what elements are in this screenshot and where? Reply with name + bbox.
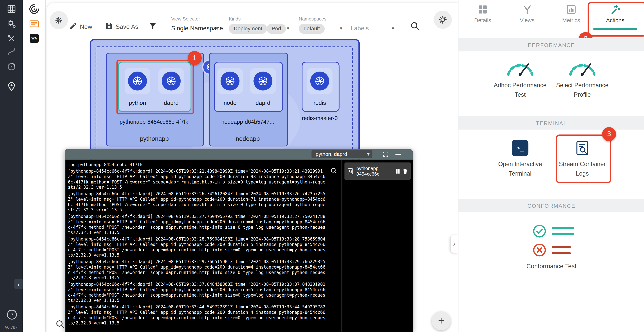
labels-caret-icon[interactable]: ▾ xyxy=(392,25,394,31)
kinds-caret-icon[interactable]: ▾ xyxy=(287,25,290,31)
namespaces-caret-icon[interactable]: ▾ xyxy=(340,25,342,31)
dapr-app-icon[interactable] xyxy=(28,3,40,15)
container-tile-daprd[interactable] xyxy=(250,68,276,94)
container-label: daprd xyxy=(246,100,279,106)
container-tile-redis[interactable] xyxy=(307,68,332,94)
kinds-label: Kinds xyxy=(229,16,241,21)
session-pod-name-line2: 8454cc66c xyxy=(356,171,380,177)
conformance-pass-icon xyxy=(532,224,547,240)
location-pin-icon[interactable] xyxy=(6,81,17,92)
log-search-icon[interactable] xyxy=(330,167,338,176)
details-grid-icon xyxy=(477,4,488,16)
action-label-line: Stream Container xyxy=(550,160,615,169)
log-session-item[interactable]: pythonapp- 8454cc66c xyxy=(344,162,410,180)
conformance-fail-line xyxy=(552,252,571,254)
panel-collapse-handle[interactable]: › xyxy=(450,235,458,253)
kind-chip-deployment[interactable]: Deployment xyxy=(229,24,267,34)
section-performance-header: PERFORMANCE xyxy=(458,38,644,51)
action-label-line: Adhoc Performance xyxy=(487,81,553,90)
conformance-fail-icon xyxy=(532,243,547,259)
dapr-rotor-icon[interactable] xyxy=(6,61,17,72)
actions-wand-icon xyxy=(609,4,621,16)
terminal-titlebar[interactable]: python, daprd ▾ xyxy=(64,149,413,160)
filter-funnel-icon[interactable] xyxy=(148,21,157,30)
tab-details-label: Details xyxy=(462,17,503,23)
help-icon[interactable]: ? xyxy=(7,310,17,320)
minimize-icon[interactable] xyxy=(396,154,401,155)
adhoc-performance-gauge-icon[interactable] xyxy=(505,58,535,78)
kubernetes-icon xyxy=(220,71,240,90)
container-label: node xyxy=(214,100,246,106)
log-line: Z" level=info msg="HTTP API Called" app_… xyxy=(68,287,339,293)
gear-icon xyxy=(438,15,448,25)
new-pencil-icon[interactable] xyxy=(69,22,78,30)
view-selector-dropdown[interactable]: Single Namespace xyxy=(171,25,223,32)
log-output-pane[interactable]: log:pythonapp-8454cc66c-4f7fk[pythonapp-… xyxy=(64,160,342,332)
namespace-chip-default[interactable]: default xyxy=(299,24,324,34)
canvas-zoom-icon[interactable] xyxy=(55,319,65,329)
log-line: [pythonapp-8454cc66c-4f7fk:daprd] 2024-0… xyxy=(68,191,339,197)
terminal-container-select[interactable]: python, daprd ▾ xyxy=(312,150,372,158)
tab-actions-label: Actions xyxy=(595,17,636,23)
active-tab-underline xyxy=(593,28,637,29)
action-label-line: Terminal xyxy=(487,169,553,178)
container-tile-daprd[interactable] xyxy=(158,68,184,94)
labels-select[interactable]: Labels xyxy=(350,25,369,32)
action-stream-container-logs[interactable]: Stream Container Logs xyxy=(550,160,615,178)
graph-layout-button[interactable] xyxy=(50,11,68,29)
tab-metrics[interactable]: Metrics xyxy=(550,2,592,31)
kind-chip-pod[interactable]: Pod xyxy=(266,24,286,34)
interactive-terminal-icon[interactable]: >_ xyxy=(512,140,528,156)
settings-button[interactable] xyxy=(434,11,452,29)
search-icon[interactable] xyxy=(410,21,420,31)
annotation-badge-1: 1 xyxy=(188,51,202,65)
fullscreen-icon[interactable] xyxy=(382,151,389,159)
tab-views-label: Views xyxy=(507,17,548,23)
stream-logs-icon xyxy=(347,168,354,175)
orange-app-icon[interactable] xyxy=(28,18,40,30)
pause-stream-icon[interactable] xyxy=(396,169,400,174)
pod-name: nodeapp-d64b5747... xyxy=(211,119,285,125)
tab-details[interactable]: Details xyxy=(462,2,503,31)
metrics-chart-icon xyxy=(566,4,577,16)
log-line: [pythonapp-8454cc66c-4f7fk:daprd] 2024-0… xyxy=(68,304,339,310)
tab-actions[interactable]: Actions xyxy=(595,2,636,31)
stream-container-logs-icon[interactable] xyxy=(574,140,590,158)
save-as-button[interactable]: Save As xyxy=(116,23,138,30)
trash-icon[interactable] xyxy=(402,168,408,174)
action-open-interactive-terminal[interactable]: Open Interactive Terminal xyxy=(487,160,553,178)
log-line: [pythonapp-8454cc66c-4f7fk:daprd] 2024-0… xyxy=(68,259,339,265)
tools-icon[interactable] xyxy=(6,33,17,44)
dashboard-grid-icon[interactable] xyxy=(6,3,17,14)
add-button[interactable]: + xyxy=(432,311,450,330)
action-select-performance-profile[interactable]: Select Performance Profile xyxy=(550,81,615,100)
action-adhoc-performance-test[interactable]: Adhoc Performance Test xyxy=(487,81,553,100)
container-tile-node[interactable] xyxy=(217,68,243,94)
save-icon[interactable] xyxy=(105,22,113,30)
view-selector-caret-icon[interactable]: ▾ xyxy=(216,25,218,31)
log-line: ts/2.32.3 ver=1.13.5 xyxy=(68,253,339,258)
session-pod-name-line1: pythonapp- xyxy=(356,165,380,171)
log-line: Z" level=info msg="HTTP API Called" app_… xyxy=(68,242,339,247)
log-line: ts/2.32.3 ver=1.13.5 xyxy=(68,321,339,326)
wa-app-icon[interactable]: WA xyxy=(30,34,39,43)
log-line: ts/2.32.3 ver=1.13.5 xyxy=(68,275,339,281)
settings-gears-icon[interactable] xyxy=(6,18,17,29)
select-profile-gauge-icon[interactable] xyxy=(567,58,598,78)
version-label: v0.787 xyxy=(0,325,23,329)
kubernetes-icon xyxy=(254,71,272,90)
views-branch-icon xyxy=(521,4,533,16)
terminal-window: python, daprd ▾ log:pythonapp-8454cc66c-… xyxy=(64,149,413,332)
action-conformance-test[interactable]: Conformance Test xyxy=(510,262,592,269)
sidebar-expand-button[interactable]: › xyxy=(14,279,23,289)
terminal-select-caret-icon: ▾ xyxy=(367,150,370,158)
namespaces-label: Namespaces xyxy=(299,16,326,21)
conformance-pass-line xyxy=(552,227,574,229)
pipeline-curve-icon[interactable] xyxy=(6,46,17,57)
container-tile-python[interactable] xyxy=(125,68,150,94)
new-button[interactable]: New xyxy=(80,23,92,30)
tab-views[interactable]: Views xyxy=(507,2,548,31)
action-label-line: Open Interactive xyxy=(487,160,553,169)
log-line: c-4f7fk method="POST /neworder" scope=da… xyxy=(68,292,339,298)
container-label: redis xyxy=(303,100,336,106)
